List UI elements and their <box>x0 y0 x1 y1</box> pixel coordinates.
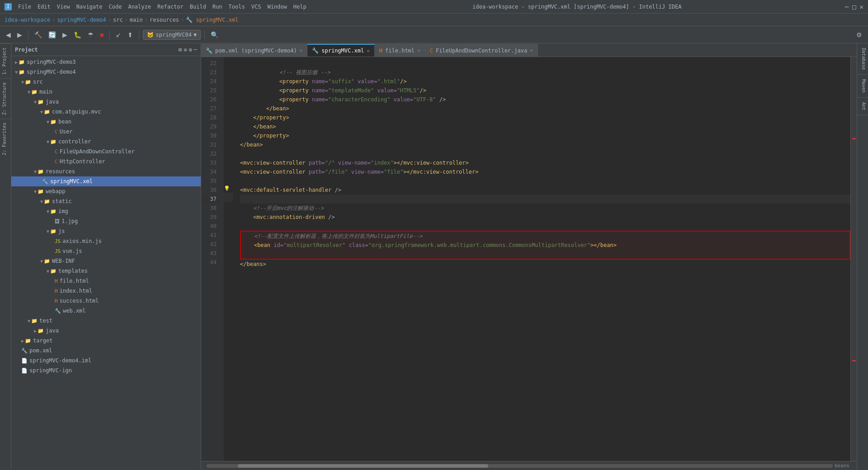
config-selector[interactable]: 🐱 springMVC04 ▼ <box>143 30 201 40</box>
tree-item-controller[interactable]: ▼ 📁 controller <box>11 137 201 147</box>
toolbar-run[interactable]: ▶ <box>60 30 70 40</box>
xml-tag: <mvc:default-servlet-handler <box>240 185 331 195</box>
editor-tab-controller[interactable]: C FileUpAndDownController.java ✕ <box>425 44 538 57</box>
menu-code[interactable]: Code <box>106 3 125 11</box>
tab-close[interactable]: ✕ <box>300 47 303 53</box>
tree-item-springmvc-xml[interactable]: 🔧 springMVC.xml <box>11 176 201 186</box>
tree-item-jpg[interactable]: 🖼 1.jpg <box>11 216 201 226</box>
minimize-button[interactable]: ─ <box>845 3 849 10</box>
tree-item-user[interactable]: C User <box>11 127 201 137</box>
tree-item-java-test[interactable]: ▶ 📁 java <box>11 326 201 336</box>
toolbar-settings[interactable]: ⚙ <box>854 30 864 40</box>
tree-item-webinf[interactable]: ▼ 📁 WEB-INF <box>11 256 201 266</box>
toolbar-coverage[interactable]: ☂ <box>85 30 96 40</box>
lightbulb-icon[interactable]: 💡 <box>224 185 230 191</box>
tree-item-success-html[interactable]: H success.html <box>11 296 201 306</box>
right-side-tabs: Database Maven Ant <box>857 43 868 470</box>
menu-run[interactable]: Run <box>210 3 225 11</box>
menu-view[interactable]: View <box>54 3 73 11</box>
tree-item-resources[interactable]: ▼ 📁 resources <box>11 166 201 176</box>
right-tab-ant[interactable]: Ant <box>857 98 868 115</box>
editor-scrollbar[interactable] <box>850 57 857 461</box>
tree-item-bean[interactable]: ▼ 📁 bean <box>11 117 201 127</box>
project-close[interactable]: ─ <box>194 47 197 53</box>
tree-item-templates[interactable]: ▼ 📁 templates <box>11 266 201 276</box>
breadcrumb-item[interactable]: 🔧 springMVC.xml <box>186 17 238 23</box>
menu-vcs[interactable]: VCS <box>249 3 264 11</box>
breadcrumb-item[interactable]: springMVC-demo4 <box>57 17 106 23</box>
toolbar-update[interactable]: ↙ <box>113 30 123 40</box>
tree-arrow: ▼ <box>21 80 24 85</box>
tree-item-img[interactable]: ▼ 📁 img <box>11 206 201 216</box>
window-controls[interactable]: ─ □ ✕ <box>845 3 863 10</box>
toolbar-sync[interactable]: 🔄 <box>46 30 58 40</box>
tree-item-ign[interactable]: 📄 springMVC-ign <box>11 366 201 375</box>
tree-item-package[interactable]: ▼ 📁 com.atguigu.mvc <box>11 107 201 117</box>
breadcrumb-item[interactable]: resources <box>150 17 179 23</box>
editor-wrapper: 22 23 24 25 26 27 28 29 30 31 32 33 34 3… <box>201 57 857 461</box>
code-content[interactable]: <!-- 视图后缀 --> <property name="suffix" va… <box>233 57 850 461</box>
sidebar-tab-project[interactable]: 1: Project <box>0 43 11 78</box>
project-settings[interactable]: ⚙ <box>189 47 192 53</box>
menu-refactor[interactable]: Refactor <box>155 3 186 11</box>
tree-item-java[interactable]: ▼ 📁 java <box>11 97 201 107</box>
tree-item-test[interactable]: ▼ 📁 test <box>11 316 201 326</box>
tree-item-springmvc-demo4[interactable]: ▼ 📁 springMVC-demo4 <box>11 67 201 77</box>
toolbar-stop[interactable]: ■ <box>98 30 106 40</box>
toolbar-debug[interactable]: 🐛 <box>71 30 84 40</box>
breadcrumb-item[interactable]: main <box>130 17 143 23</box>
tab-close[interactable]: ✕ <box>530 47 533 53</box>
toolbar-search[interactable]: 🔍 <box>208 30 221 40</box>
tree-item-axios[interactable]: JS axios.min.js <box>11 236 201 246</box>
code-comment: <!--开启mvc的注解驱动--> <box>240 204 324 213</box>
tree-item-src[interactable]: ▼ 📁 src <box>11 77 201 87</box>
breadcrumb-item[interactable]: idea-workspace <box>5 17 50 23</box>
tree-item-springmvc-demo3[interactable]: ▶ 📁 springMVC-demo3 <box>11 57 201 67</box>
horizontal-scrollbar[interactable] <box>207 464 833 468</box>
menu-build[interactable]: Build <box>187 3 209 11</box>
toolbar-deploy[interactable]: ⬆ <box>125 30 135 40</box>
tree-item-webapp[interactable]: ▼ 📁 webapp <box>11 186 201 196</box>
right-tab-database[interactable]: Database <box>857 43 868 75</box>
tree-item-file-html[interactable]: H file.html <box>11 276 201 286</box>
sidebar-tab-structure[interactable]: Z: Structure <box>0 78 11 119</box>
tab-close[interactable]: ✕ <box>417 47 420 53</box>
menu-analyze[interactable]: Analyze <box>125 3 154 11</box>
breadcrumb-item[interactable]: src <box>113 17 123 23</box>
tree-item-pom[interactable]: 🔧 pom.xml <box>11 346 201 356</box>
close-button[interactable]: ✕ <box>860 3 863 10</box>
toolbar-forward[interactable]: ▶ <box>15 30 24 40</box>
menu-file[interactable]: File <box>15 3 34 11</box>
right-tab-maven[interactable]: Maven <box>857 75 868 98</box>
menu-bar[interactable]: File Edit View Navigate Code Analyze Ref… <box>15 3 309 11</box>
menu-tools[interactable]: Tools <box>226 3 248 11</box>
project-actions[interactable]: ⊞ ≡ ⚙ ─ <box>179 47 197 53</box>
tree-item-vuejs[interactable]: JS vue.js <box>11 246 201 256</box>
tree-item-web-xml[interactable]: 🔧 web.xml <box>11 306 201 316</box>
editor-tab-file-html[interactable]: H file.html ✕ <box>375 44 425 57</box>
toolbar-build[interactable]: 🔨 <box>32 30 44 40</box>
menu-help[interactable]: Help <box>291 3 309 11</box>
tab-close[interactable]: ✕ <box>367 48 370 54</box>
tab-label: FileUpAndDownController.java <box>436 47 527 54</box>
toolbar-back[interactable]: ◀ <box>4 30 13 40</box>
editor-tab-pom[interactable]: 🔧 pom.xml (springMVC-demo4) ✕ <box>201 44 307 57</box>
tree-item-fileupdown[interactable]: C FileUpAndDownController <box>11 147 201 157</box>
menu-navigate[interactable]: Navigate <box>74 3 105 11</box>
tree-item-target[interactable]: ▶ 📁 target <box>11 336 201 346</box>
menu-window[interactable]: Window <box>264 3 289 11</box>
editor-tab-springmvc[interactable]: 🔧 springMVC.xml ✕ <box>307 44 375 57</box>
tree-arrow: ▼ <box>40 199 43 204</box>
tree-item-static[interactable]: ▼ 📁 static <box>11 196 201 206</box>
menu-edit[interactable]: Edit <box>35 3 53 11</box>
project-expand-all[interactable]: ⊞ <box>179 47 182 53</box>
tree-item-main[interactable]: ▼ 📁 main <box>11 87 201 97</box>
sidebar-tab-favorites[interactable]: 2: Favorites <box>0 119 11 159</box>
tree-item-httpcontroller[interactable]: C HttpController <box>11 157 201 166</box>
maximize-button[interactable]: □ <box>852 3 856 10</box>
project-collapse[interactable]: ≡ <box>184 47 187 53</box>
tree-item-js[interactable]: ▼ 📁 js <box>11 226 201 236</box>
tree-item-index-html[interactable]: H index.html <box>11 286 201 296</box>
xml-tag: </bean> <box>253 122 276 131</box>
tree-item-iml[interactable]: 📄 springMVC-demo4.iml <box>11 356 201 366</box>
